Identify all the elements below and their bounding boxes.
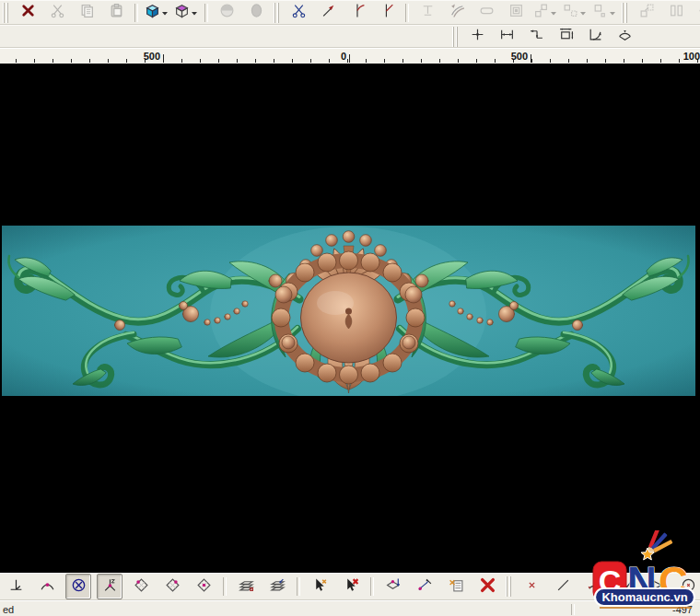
offset-icon	[449, 3, 465, 22]
dropdown-caret-icon[interactable]	[609, 6, 616, 19]
ruler-tick	[255, 59, 256, 63]
layer-stack-button[interactable]	[233, 574, 259, 599]
array-copy-button[interactable]	[532, 1, 558, 25]
tsquare-icon	[420, 3, 436, 22]
ruler-tick	[237, 59, 238, 63]
bridge-curve-button[interactable]	[414, 1, 440, 25]
paste-button[interactable]	[103, 1, 129, 25]
offset-curve-button[interactable]	[444, 1, 470, 25]
line-arrow-icon	[321, 3, 336, 22]
trim-curve-button[interactable]	[344, 1, 370, 25]
edit-nodes-button[interactable]	[412, 574, 438, 599]
ruler-tick	[605, 59, 606, 63]
contour-nest-button[interactable]	[503, 1, 529, 25]
translate-copy-button[interactable]	[634, 1, 659, 25]
toolbar-separator	[134, 4, 138, 22]
work-plane-xz-button[interactable]	[159, 574, 185, 599]
ruler-tick	[34, 59, 35, 63]
plane1-icon	[134, 577, 149, 597]
ruler-tick	[366, 59, 367, 63]
measure-step-button[interactable]	[523, 25, 549, 48]
work-plane-xy-button[interactable]	[128, 574, 154, 599]
axis-perp-icon	[8, 577, 24, 597]
dropdown-caret-icon[interactable]	[191, 6, 198, 19]
scale-copy-button[interactable]	[591, 1, 617, 25]
ruler-tick	[52, 59, 53, 63]
show-axes-button[interactable]	[97, 574, 122, 599]
ruler-tick	[310, 59, 311, 63]
array2-icon	[563, 3, 578, 22]
toolbar-grip	[506, 576, 513, 597]
copy-icon	[79, 3, 95, 22]
toolbar-secondary	[0, 25, 700, 48]
move-copy-icon	[639, 3, 655, 22]
canvas-viewport[interactable]	[0, 64, 700, 573]
ruler-tick	[274, 59, 274, 63]
ruler-tick	[568, 59, 569, 63]
object-list-button[interactable]	[443, 574, 469, 599]
ruler-tick	[476, 59, 477, 63]
ruler-label: 100	[683, 50, 700, 64]
ruler-tick	[384, 59, 385, 63]
measure-angle-button[interactable]	[582, 25, 608, 48]
draw-point-button[interactable]	[519, 574, 544, 599]
toolbar-measure	[449, 25, 639, 48]
trim-corner-button[interactable]	[374, 1, 400, 25]
tangent-icon	[40, 577, 55, 597]
render-halfsphere-button[interactable]	[214, 1, 239, 25]
delete-pick-button[interactable]	[338, 574, 364, 599]
dropdown-caret-icon[interactable]	[579, 6, 587, 19]
delete-object-button[interactable]	[474, 574, 500, 599]
draw-line-icon	[555, 577, 571, 597]
shaded-view-button[interactable]	[144, 1, 169, 25]
project-to-plane-button[interactable]	[380, 574, 406, 599]
logo-banner-text: Khomaucnc.vn	[601, 590, 687, 604]
cut-curve-button[interactable]	[286, 1, 311, 25]
extend-curve-button[interactable]	[315, 1, 341, 25]
dropdown-caret-icon[interactable]	[550, 6, 557, 19]
ruler-major-tick	[163, 54, 164, 63]
toolbar-grip	[452, 27, 460, 47]
layers-arrow-icon	[270, 577, 286, 597]
draw-point-icon	[524, 577, 540, 597]
horizontal-ruler: 5000500100	[0, 48, 700, 64]
pick-point-button[interactable]	[307, 574, 332, 599]
cursor-x-icon	[312, 577, 328, 597]
cut-button[interactable]	[44, 1, 70, 25]
render-sphere-button[interactable]	[243, 1, 269, 25]
delete-button[interactable]	[15, 1, 41, 25]
copy-button[interactable]	[74, 1, 99, 25]
sphere-half-icon	[219, 3, 235, 22]
draw-line-button[interactable]	[550, 574, 576, 599]
dim-h-icon	[499, 27, 515, 46]
ruler-tick	[71, 59, 72, 63]
slot-curve-button[interactable]	[473, 1, 499, 25]
rotate-copy-button[interactable]	[562, 1, 588, 25]
ruler-tick	[347, 59, 348, 63]
cube-wire-icon	[174, 3, 190, 22]
measure-arc-button[interactable]	[612, 25, 637, 48]
measure-rect-button[interactable]	[553, 25, 578, 48]
toolbar-grip	[274, 3, 281, 23]
layer-assign-button[interactable]	[264, 574, 290, 599]
trim1-icon	[350, 3, 366, 22]
dropdown-caret-icon[interactable]	[161, 6, 169, 19]
ruler-tick	[292, 59, 293, 63]
view-along-axis-button[interactable]	[65, 574, 91, 599]
snap-tangent-button[interactable]	[34, 574, 60, 599]
work-plane-yz-button[interactable]	[191, 574, 216, 599]
ruler-tick	[200, 59, 201, 63]
plane-arrow-icon	[386, 577, 402, 597]
ruler-tick	[439, 59, 440, 63]
ruler-major-tick	[531, 54, 531, 63]
mirror-button[interactable]	[663, 1, 689, 25]
axis-origin-button[interactable]	[3, 574, 29, 599]
ruler-tick	[218, 59, 219, 63]
ruler-label: 500	[144, 50, 160, 64]
sphere-solid-icon	[249, 3, 264, 22]
measure-distance-button[interactable]	[494, 25, 519, 48]
deform-button[interactable]	[693, 1, 700, 25]
wireframe-view-button[interactable]	[173, 1, 199, 25]
dim-step-icon	[529, 27, 544, 46]
measure-point-button[interactable]	[464, 25, 490, 48]
